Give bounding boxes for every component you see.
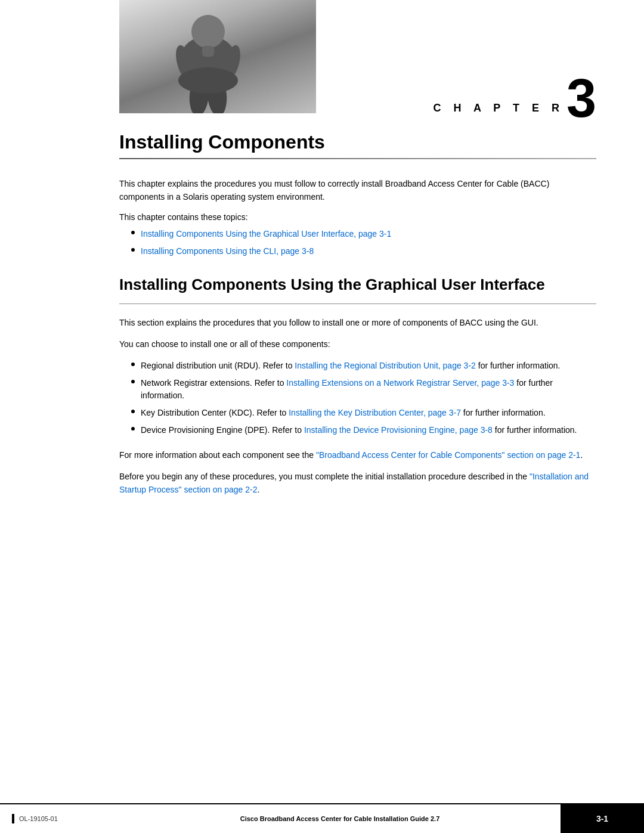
component-suffix-4: for further information.	[493, 425, 577, 435]
component-prefix-3: Key Distribution Center (KDC). Refer to	[141, 408, 289, 417]
section-gui-para1: This section explains the procedures tha…	[119, 316, 596, 329]
page-title: Installing Components	[119, 131, 596, 153]
more-info-link[interactable]: "Broadband Access Center for Cable Compo…	[316, 450, 580, 460]
list-item: Installing Components Using the Graphica…	[131, 228, 596, 240]
footer-center: Cisco Broadband Access Center for Cable …	[119, 815, 561, 822]
bullet-dot	[131, 363, 135, 366]
components-list: Regional distribution unit (RDU). Refer …	[131, 360, 596, 436]
list-item: Network Registrar extensions. Refer to I…	[131, 377, 596, 402]
chapter-image-placeholder	[119, 0, 316, 113]
doc-title: Cisco Broadband Access Center for Cable …	[240, 815, 440, 822]
intro-paragraph: This chapter explains the procedures you…	[119, 177, 596, 204]
footer-left: OL-19105-01	[0, 814, 119, 823]
content-area: Installing Components This chapter expla…	[0, 131, 644, 497]
component-suffix-1: for further information.	[476, 361, 561, 370]
component-prefix-2: Network Registrar extensions. Refer to	[141, 378, 286, 388]
component-prefix-4: Device Provisioning Engine (DPE). Refer …	[141, 425, 304, 435]
topics-label: This chapter contains these topics:	[119, 212, 596, 222]
chapter-label-area: C H A P T E R 3	[434, 72, 596, 125]
doc-number: OL-19105-01	[19, 815, 58, 822]
component-link-1[interactable]: Installing the Regional Distribution Uni…	[295, 361, 476, 370]
person-figure	[154, 9, 262, 113]
before-begin-suffix: .	[257, 485, 259, 494]
footer-bar-icon	[12, 814, 14, 823]
component-item-3: Key Distribution Center (KDC). Refer to …	[141, 407, 546, 419]
component-item-2: Network Registrar extensions. Refer to I…	[141, 377, 596, 402]
bullet-dot	[131, 231, 135, 234]
section-rule	[119, 304, 596, 304]
more-info-para: For more information about each componen…	[119, 448, 596, 462]
before-begin-para: Before you begin any of these procedures…	[119, 470, 596, 497]
topic-item-1: Installing Components Using the Graphica…	[141, 228, 391, 240]
topic-item-2: Installing Components Using the CLI, pag…	[141, 245, 314, 258]
bullet-dot	[131, 248, 135, 252]
list-item: Regional distribution unit (RDU). Refer …	[131, 360, 596, 372]
footer: OL-19105-01 Cisco Broadband Access Cente…	[0, 803, 644, 833]
svg-rect-7	[202, 46, 214, 57]
topics-list: Installing Components Using the Graphica…	[131, 228, 596, 258]
component-item-1: Regional distribution unit (RDU). Refer …	[141, 360, 560, 372]
component-link-3[interactable]: Installing the Key Distribution Center, …	[289, 408, 461, 417]
section-gui-heading: Installing Components Using the Graphica…	[119, 275, 596, 294]
title-rule	[119, 158, 596, 159]
list-item: Device Provisioning Engine (DPE). Refer …	[131, 424, 596, 436]
more-info-suffix: .	[580, 450, 583, 460]
component-prefix-1: Regional distribution unit (RDU). Refer …	[141, 361, 295, 370]
section-gui-para2: You can choose to install one or all of …	[119, 337, 596, 351]
header-area: C H A P T E R 3	[0, 0, 644, 131]
component-suffix-3: for further information.	[461, 408, 546, 417]
more-info-prefix: For more information about each componen…	[119, 450, 316, 460]
topic-link-2[interactable]: Installing Components Using the CLI, pag…	[141, 246, 314, 256]
svg-point-1	[191, 15, 225, 48]
list-item: Key Distribution Center (KDC). Refer to …	[131, 407, 596, 419]
component-item-4: Device Provisioning Engine (DPE). Refer …	[141, 424, 577, 436]
component-link-2[interactable]: Installing Extensions on a Network Regis…	[286, 378, 514, 388]
before-begin-prefix: Before you begin any of these procedures…	[119, 472, 530, 481]
svg-point-6	[178, 67, 238, 94]
chapter-label: C H A P T E R	[434, 102, 564, 114]
bullet-dot	[131, 427, 135, 431]
page-number: 3-1	[596, 814, 608, 823]
bullet-dot	[131, 380, 135, 383]
bullet-dot	[131, 410, 135, 413]
component-link-4[interactable]: Installing the Device Provisioning Engin…	[304, 425, 493, 435]
topic-link-1[interactable]: Installing Components Using the Graphica…	[141, 229, 391, 239]
list-item: Installing Components Using the CLI, pag…	[131, 245, 596, 258]
footer-right: 3-1	[561, 804, 644, 833]
chapter-number: 3	[566, 72, 596, 125]
page-container: C H A P T E R 3 Installing Components Th…	[0, 0, 644, 833]
chapter-image	[119, 0, 316, 113]
